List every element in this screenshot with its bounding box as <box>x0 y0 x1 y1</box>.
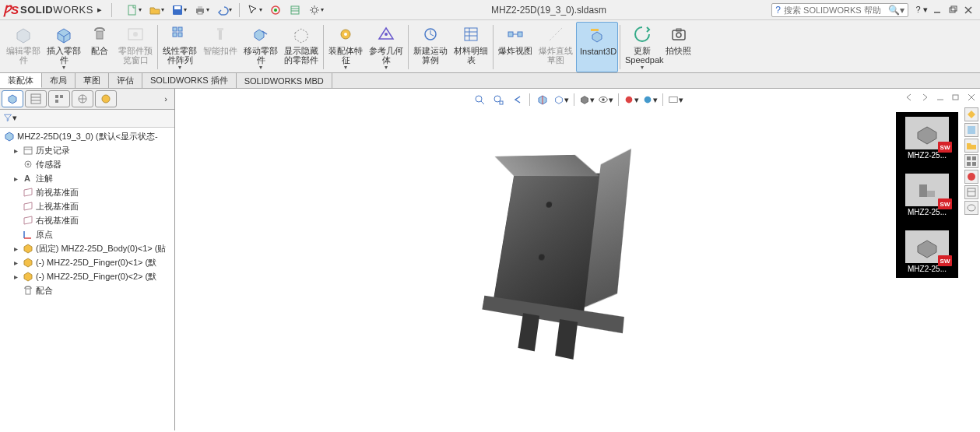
ribbon-new-motion[interactable]: 新建运动算例 <box>410 22 451 72</box>
ribbon-reference-geom[interactable]: 参考几何体▾ <box>366 22 406 72</box>
ribbon-mate[interactable]: 配合 <box>84 22 115 72</box>
ribbon-snapshot[interactable]: 拍快照 <box>662 22 694 72</box>
minimize-window-button[interactable] <box>930 3 944 17</box>
help-search-box[interactable]: ? 🔍▾ <box>771 3 908 17</box>
graphics-viewport[interactable]: ▾ ▾ ▾ ▾ ▾ ▾ <box>175 89 980 430</box>
app-menu-dropdown[interactable]: ▸ <box>95 5 104 15</box>
tree-front-plane[interactable]: 前视基准面 <box>0 185 174 199</box>
options-button[interactable] <box>286 2 304 18</box>
svg-point-55 <box>27 163 30 166</box>
tp-view-palette-icon[interactable] <box>964 154 978 168</box>
feature-manager-panel: › ▾ MHZ2-25D(19_3_0) (默认<显示状态- ▸历史记录 传感器… <box>0 89 175 430</box>
help-search-input[interactable] <box>784 5 885 15</box>
tp-design-library-icon[interactable] <box>964 123 978 137</box>
vp-prev-button[interactable] <box>902 90 916 104</box>
thumbnail-item[interactable]: SW MHZ2-25... <box>899 117 955 160</box>
svg-point-82 <box>968 205 975 211</box>
fm-tab-tree[interactable] <box>2 90 23 107</box>
ribbon-insert-part[interactable]: 插入零部件▾ <box>44 22 84 72</box>
command-manager-tabs: 装配体 布局 草图 评估 SOLIDWORKS 插件 SOLIDWORKS MB… <box>0 73 980 89</box>
tree-body-part[interactable]: ▸(固定) MHZ2-25D_Body(0)<1> (贴 <box>0 241 174 255</box>
view-settings-icon[interactable]: ▾ <box>668 92 683 107</box>
fm-tab-display[interactable] <box>95 90 117 107</box>
ribbon-linear-pattern[interactable]: 线性零部件阵列▾ <box>160 22 200 72</box>
tree-sensors[interactable]: 传感器 <box>0 157 174 171</box>
vp-restore-button[interactable] <box>949 90 963 104</box>
display-style-icon[interactable]: ▾ <box>579 92 595 107</box>
svg-rect-39 <box>673 30 685 40</box>
ribbon-instant3d[interactable]: Instant3D <box>576 22 618 72</box>
svg-rect-25 <box>219 30 222 40</box>
tp-file-explorer-icon[interactable] <box>964 139 978 153</box>
tree-history[interactable]: ▸历史记录 <box>0 143 174 157</box>
tree-right-plane[interactable]: 右视基准面 <box>0 213 174 227</box>
save-button[interactable]: ▾ <box>169 2 189 18</box>
tree-finger2-part[interactable]: ▸(-) MHZ2-25D_Finger(0)<2> (默 <box>0 269 174 283</box>
tree-origin[interactable]: 原点 <box>0 227 174 241</box>
fm-tab-property[interactable] <box>25 90 47 107</box>
tree-annotations[interactable]: ▸A注解 <box>0 171 174 185</box>
tree-finger1-part[interactable]: ▸(-) MHZ2-25D_Finger(0)<1> (默 <box>0 255 174 269</box>
svg-rect-77 <box>967 162 971 166</box>
ribbon-bom[interactable]: 材料明细表 <box>451 22 491 72</box>
apply-scene-icon[interactable]: ▾ <box>642 92 658 107</box>
vp-minimize-button[interactable] <box>933 90 947 104</box>
fm-tab-config[interactable] <box>48 90 70 107</box>
zoom-fit-icon[interactable] <box>472 92 487 107</box>
previous-view-icon[interactable] <box>509 92 525 107</box>
ribbon-update-speedpak[interactable]: 更新Speedpak▾ <box>622 22 662 72</box>
thumbnail-item[interactable]: SW MHZ2-25... <box>899 230 955 273</box>
svg-point-28 <box>385 33 388 36</box>
tab-sketch[interactable]: 草图 <box>76 73 109 88</box>
help-menu-button[interactable]: ? ▾ <box>915 3 929 17</box>
new-file-button[interactable]: ▾ <box>124 2 144 18</box>
zoom-area-icon[interactable] <box>490 92 506 107</box>
tp-appearances-icon[interactable] <box>964 170 978 184</box>
tree-root[interactable]: MHZ2-25D(19_3_0) (默认<显示状态- <box>0 129 174 143</box>
fm-tab-dimxpert[interactable] <box>72 90 93 107</box>
tab-evaluate[interactable]: 评估 <box>109 73 142 88</box>
search-icon[interactable]: 🔍▾ <box>888 5 904 16</box>
viewport-window-controls <box>902 90 978 104</box>
tab-sw-mbd[interactable]: SOLIDWORKS MBD <box>237 73 332 88</box>
settings-button[interactable]: ▾ <box>306 2 326 18</box>
tab-assembly[interactable]: 装配体 <box>0 73 42 88</box>
svg-rect-78 <box>972 162 976 166</box>
tp-custom-props-icon[interactable] <box>964 185 978 199</box>
ribbon-move-part[interactable]: 移动零部件▾ <box>241 22 281 72</box>
ds-icon: ǷS <box>3 3 20 17</box>
undo-button[interactable]: ▾ <box>214 2 234 18</box>
close-window-button[interactable] <box>961 3 975 17</box>
ribbon-show-hidden[interactable]: 显示隐藏的零部件 <box>281 22 321 72</box>
filter-icon[interactable]: ▾ <box>3 111 17 124</box>
open-file-button[interactable]: ▾ <box>146 2 167 18</box>
vp-close-button[interactable] <box>964 90 978 104</box>
section-view-icon[interactable] <box>535 92 550 107</box>
tp-forum-icon[interactable] <box>964 201 978 215</box>
svg-rect-17 <box>97 31 103 39</box>
ribbon-exploded-view[interactable]: 爆炸视图 <box>495 22 536 72</box>
svg-point-11 <box>312 8 317 12</box>
tab-layout[interactable]: 布局 <box>42 73 76 88</box>
view-orientation-icon[interactable]: ▾ <box>553 92 569 107</box>
document-title: MHZ2-25D(19_3_0).sldasm <box>326 5 771 16</box>
svg-rect-14 <box>951 6 957 11</box>
print-button[interactable]: ▾ <box>191 2 212 18</box>
tree-top-plane[interactable]: 上视基准面 <box>0 199 174 213</box>
app-logo: ǷS SOLID WORKS ▸ <box>0 3 109 17</box>
thumbnail-item[interactable]: SW MHZ2-25... <box>899 174 955 216</box>
vp-next-button[interactable] <box>918 90 932 104</box>
tree-mates[interactable]: 配合 <box>0 283 174 297</box>
ribbon-edit-part: 编辑零部件 <box>3 22 44 72</box>
rebuild-button[interactable] <box>267 2 284 18</box>
ribbon-part-preview: 零部件预览窗口 <box>115 22 156 72</box>
ribbon-assembly-features[interactable]: 装配体特征▾ <box>325 22 366 72</box>
hide-show-icon[interactable]: ▾ <box>598 92 613 107</box>
fm-expand-button[interactable]: › <box>159 90 173 107</box>
edit-appearance-icon[interactable]: ▾ <box>623 92 639 107</box>
restore-window-button[interactable] <box>946 3 960 17</box>
select-button[interactable]: ▾ <box>244 2 265 18</box>
tp-resources-icon[interactable] <box>964 107 978 121</box>
svg-point-68 <box>645 97 652 104</box>
tab-sw-addins[interactable]: SOLIDWORKS 插件 <box>142 73 237 88</box>
